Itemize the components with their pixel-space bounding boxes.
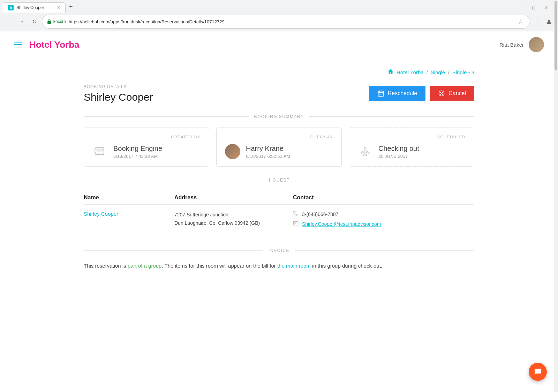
forward-button[interactable]: → (17, 17, 27, 26)
card-info-checkin: Harry Krane 6/16/2017 6:52:51 AM (246, 145, 290, 159)
guest-row: Shirley Cooper 7207 Sutteridge Junction … (84, 205, 474, 237)
guests-divider: 1 GUEST (84, 177, 474, 183)
tab-title: Shirley Cooper (16, 5, 54, 10)
guests-label: 1 GUEST (263, 178, 295, 183)
new-tab-button[interactable]: + (66, 1, 76, 13)
active-tab[interactable]: b Shirley Cooper × (3, 2, 66, 13)
tab-favicon: b (8, 5, 14, 10)
cancel-label: Cancel (448, 90, 466, 97)
guest-contact-cell: 3-(648)066-7807 Shirley.Cooper@test.trip… (293, 205, 474, 237)
svg-rect-0 (47, 21, 51, 24)
extensions-button[interactable]: ⋮ (533, 17, 541, 26)
svg-rect-11 (95, 148, 104, 150)
card-content-checkout: Checking out 20 JUNE 2017 (357, 144, 466, 159)
card-content-created: Booking Engine 6/13/2017 7:43:38 AM (92, 144, 201, 159)
card-content-checkin: Harry Krane 6/16/2017 6:52:51 AM (225, 144, 333, 159)
booking-summary-label: BOOKING SUMMARY (249, 114, 310, 119)
col-name: Name (84, 191, 174, 205)
secure-badge: Secure (47, 19, 66, 24)
logo: Hotel Yorba (29, 39, 80, 50)
reschedule-button[interactable]: Reschedule (369, 86, 426, 101)
back-button[interactable]: ← (4, 17, 14, 26)
breadcrumb-single[interactable]: Single (431, 69, 445, 75)
avatar[interactable] (529, 37, 544, 52)
main-room-link[interactable]: the main room (277, 263, 311, 269)
booking-engine-icon (92, 144, 108, 159)
reschedule-label: Reschedule (388, 90, 417, 97)
browser-toolbar: ← → ↻ Secure https://bellebnb.com/apps/f… (0, 13, 558, 31)
logo-yorba: Yorba (54, 39, 80, 50)
user-name: Rita Baker (499, 42, 524, 48)
browser-chrome: b Shirley Cooper × + — ◻ ✕ ← → ↻ Secure … (0, 0, 558, 31)
scrollbar-track (554, 0, 558, 284)
svg-rect-6 (379, 94, 380, 95)
bookmark-button[interactable]: ☆ (516, 16, 525, 27)
breadcrumb-sep2: / (448, 69, 449, 75)
booking-header: BOOKING DETAILS Shirley Cooper Reschedul… (84, 84, 474, 103)
group-link[interactable]: part of a group (128, 263, 162, 269)
invoice-divider: INVOICE (84, 247, 474, 253)
minimize-button[interactable]: — (516, 3, 526, 13)
checkin-avatar (225, 144, 240, 159)
hamburger-menu[interactable] (14, 42, 22, 47)
guest-table: Name Address Contact Shirley Cooper 7207… (84, 191, 474, 237)
guest-address-cell: 7207 Sutteridge Junction Dun Laoghaire, … (174, 205, 293, 237)
svg-rect-14 (94, 149, 96, 152)
phone-item: 3-(648)066-7807 (293, 211, 474, 218)
phone-icon (293, 211, 299, 218)
reload-button[interactable]: ↻ (29, 17, 39, 26)
email-link[interactable]: Shirley.Cooper@test.tripadvisor.com (302, 221, 381, 227)
guest-name-cell: Shirley Cooper (84, 205, 174, 237)
invoice-text-before: This reservation is (84, 263, 128, 269)
address-line2: Dun Laoghaire, Co. Carlow 03942 (GB) (174, 219, 293, 228)
invoice-text-after: in this group during check-out. (311, 263, 382, 269)
booking-header-left: BOOKING DETAILS Shirley Cooper (84, 84, 153, 103)
phone-number: 3-(648)066-7807 (302, 212, 338, 217)
cancel-button[interactable]: Cancel (430, 86, 474, 101)
svg-point-1 (548, 20, 550, 22)
app-header: Hotel Yorba Rita Baker (0, 31, 558, 58)
invoice-label: INVOICE (263, 248, 295, 253)
booking-actions: Reschedule Cancel (369, 86, 474, 101)
checkin-label: CHECK-IN (225, 135, 333, 139)
checkout-label: SCHEDULED (357, 135, 466, 139)
booking-label: BOOKING DETAILS (84, 84, 153, 89)
checkout-date: 20 JUNE 2017 (378, 154, 419, 159)
col-contact: Contact (293, 191, 474, 205)
svg-rect-7 (380, 94, 382, 95)
checkin-name: Harry Krane (246, 145, 290, 153)
checkin-card: CHECK-IN Harry Krane 6/16/2017 6:52:51 A… (216, 128, 342, 167)
invoice-text-middle: . The items for this room will appear on… (161, 263, 277, 269)
close-window-button[interactable]: ✕ (541, 3, 551, 13)
booking-summary-divider: BOOKING SUMMARY (84, 114, 474, 119)
checkin-date: 6/16/2017 6:52:51 AM (246, 154, 290, 159)
main-content: Hotel Yorba / Single / Single - 3 BOOKIN… (70, 58, 488, 284)
email-item: Shirley.Cooper@test.tripadvisor.com (293, 221, 474, 228)
header-left: Hotel Yorba (14, 39, 80, 50)
profile-button[interactable] (544, 17, 554, 26)
invoice-text: This reservation is part of a group. The… (84, 261, 474, 270)
tab-close-button[interactable]: × (57, 5, 60, 10)
breadcrumb-room[interactable]: Single - 3 (452, 69, 474, 75)
svg-rect-8 (379, 95, 380, 95)
address-bar[interactable]: Secure https://bellebnb.com/apps/frontde… (42, 15, 530, 29)
guest-link[interactable]: Shirley Cooper (84, 211, 118, 217)
breadcrumb: Hotel Yorba / Single / Single - 3 (84, 69, 474, 76)
browser-tabs: b Shirley Cooper × + — ◻ ✕ (0, 0, 558, 13)
email-icon (293, 221, 299, 228)
summary-cards: CREATED BY Booking Engine 6/13/2017 7:43… (84, 128, 474, 167)
col-address: Address (174, 191, 293, 205)
scrollbar-thumb[interactable] (555, 1, 557, 70)
address-line1: 7207 Sutteridge Junction (174, 211, 293, 219)
guest-name: Shirley Cooper (84, 91, 153, 103)
breadcrumb-hotel[interactable]: Hotel Yorba (397, 69, 424, 75)
created-by-label: CREATED BY (92, 135, 201, 139)
card-info-engine: Booking Engine 6/13/2017 7:43:38 AM (113, 145, 162, 159)
checkout-card: SCHEDULED Checking out 20 JUNE 2017 (349, 128, 474, 167)
url-text: https://bellebnb.com/apps/frontdesk/rece… (69, 19, 514, 24)
plane-icon (357, 144, 373, 159)
home-icon (387, 69, 394, 76)
restore-button[interactable]: ◻ (529, 3, 538, 13)
card-info-checkout: Checking out 20 JUNE 2017 (378, 145, 419, 159)
engine-date: 6/13/2017 7:43:38 AM (113, 154, 162, 159)
